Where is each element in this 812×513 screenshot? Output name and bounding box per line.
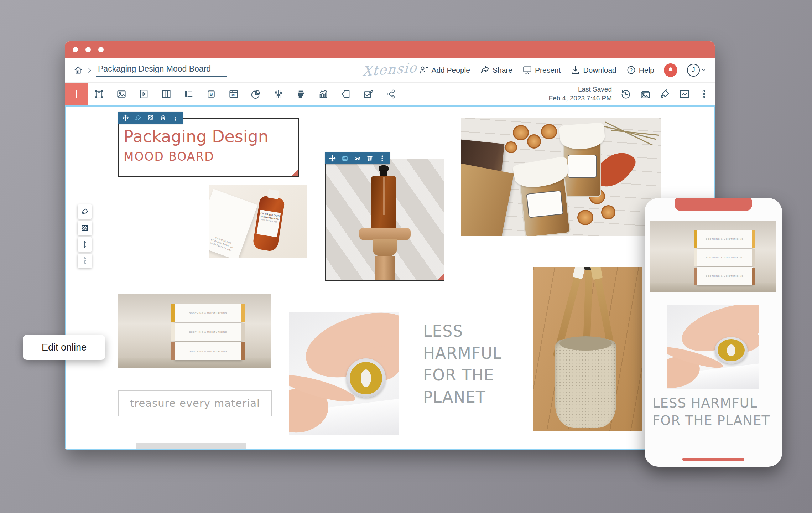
pattern-fill-button[interactable] <box>78 221 92 235</box>
phone-mockup: SOOTHING & MOISTURISING SOOTHING & MOIST… <box>645 198 782 467</box>
insert-url-button[interactable]: URL <box>222 83 245 105</box>
app-window: Packaging Design Mood Board Xtensio Add … <box>65 41 715 450</box>
stats-chart-icon <box>318 89 329 99</box>
insert-sliders-button[interactable] <box>267 83 290 105</box>
phone-headline-text: LESS HARMFUL FOR THE PLANET <box>652 395 775 430</box>
section-toolbar <box>78 204 92 270</box>
background-image-button[interactable] <box>640 88 651 100</box>
insert-text-button[interactable] <box>88 83 110 105</box>
align-bars-icon <box>296 89 306 99</box>
move-icon <box>329 155 336 162</box>
insert-align-bars-button[interactable] <box>290 83 312 105</box>
photo-body-oil[interactable]: I'M FABULOUS ST BARTH BODY OIL Huile Pou… <box>209 185 307 258</box>
pattern-fill-button[interactable] <box>144 112 157 124</box>
insert-shape-button[interactable] <box>334 83 357 105</box>
insert-video-button[interactable] <box>132 83 155 105</box>
caption-text-box[interactable]: treasure every material <box>118 390 272 416</box>
phone-home-indicator <box>682 458 744 461</box>
photo-dried-fruit-jars[interactable] <box>461 118 661 236</box>
toothbrush-cup <box>555 339 616 428</box>
window-titlebar <box>65 41 715 58</box>
plus-icon <box>71 88 82 100</box>
history-icon <box>620 88 631 100</box>
pie-chart-icon <box>251 89 261 99</box>
window-control-dot[interactable] <box>73 47 78 52</box>
photo-bamboo-toothbrushes[interactable] <box>533 267 642 431</box>
chevron-right-icon <box>86 67 93 74</box>
phone-photo-soap-stack: SOOTHING & MOISTURISING SOOTHING & MOIST… <box>650 221 776 292</box>
checklist-icon <box>363 89 374 99</box>
window-control-dot[interactable] <box>98 47 104 52</box>
delete-button[interactable] <box>157 112 169 124</box>
fill-paint-button[interactable] <box>78 204 92 219</box>
svg-text:URL: URL <box>231 94 236 97</box>
sliders-icon <box>273 89 284 99</box>
fill-paint-icon <box>659 88 671 100</box>
text-icon <box>94 89 104 99</box>
notifications-bell-icon <box>667 66 675 74</box>
fill-paint-button[interactable] <box>659 88 671 100</box>
resize-handle[interactable] <box>437 273 444 280</box>
background-image-icon <box>640 88 651 100</box>
photo-balm-hands[interactable] <box>289 312 399 435</box>
share-icon <box>480 65 490 75</box>
more-menu-button[interactable] <box>698 89 709 99</box>
trash-icon <box>159 114 167 121</box>
photo-dropper-bottle[interactable] <box>325 159 444 281</box>
more-options-button[interactable] <box>169 112 182 124</box>
more-vertical-icon <box>172 114 179 121</box>
insert-image-button[interactable] <box>110 83 132 105</box>
phone-notch <box>675 198 752 211</box>
insert-pie-chart-button[interactable] <box>245 83 267 105</box>
insert-list-button[interactable] <box>177 83 200 105</box>
replace-image-button[interactable] <box>339 152 351 164</box>
breadcrumb: Packaging Design Mood Board <box>73 63 227 77</box>
share-button[interactable]: Share <box>480 65 512 75</box>
add-module-button[interactable] <box>65 83 88 105</box>
fill-paint-icon <box>80 207 89 216</box>
link-button[interactable] <box>351 152 364 164</box>
edit-online-button[interactable]: Edit online <box>23 335 105 360</box>
more-options-button[interactable] <box>78 254 92 268</box>
insert-toolbar: B URL Last Saved Feb 4, 2023 7:46 PM <box>65 83 715 105</box>
help-icon: ? <box>626 65 636 75</box>
fill-paint-button[interactable] <box>132 112 144 124</box>
resize-vertical-icon <box>80 240 89 249</box>
move-button[interactable] <box>326 152 339 164</box>
resize-handle[interactable] <box>291 169 298 176</box>
insert-stats-chart-button[interactable] <box>312 83 334 105</box>
avatar: J <box>687 64 700 77</box>
more-vertical-icon <box>698 89 709 99</box>
notifications-button[interactable] <box>664 63 677 77</box>
insert-table-button[interactable] <box>155 83 177 105</box>
add-people-button[interactable]: Add People <box>418 65 470 75</box>
insert-share-network-button[interactable] <box>379 83 402 105</box>
resize-vertical-button[interactable] <box>78 237 92 252</box>
document-title-input[interactable]: Packaging Design Mood Board <box>96 63 227 77</box>
history-button[interactable] <box>620 88 631 100</box>
help-button[interactable]: ? Help <box>626 65 654 75</box>
mood-board-title-block[interactable]: Packaging Design MOOD BOARD <box>118 118 299 177</box>
delete-button[interactable] <box>364 152 376 164</box>
shape-icon <box>340 89 351 99</box>
more-vertical-icon <box>379 155 386 162</box>
last-saved: Last Saved Feb 4, 2023 7:46 PM <box>549 85 612 103</box>
chart-button[interactable] <box>679 88 690 100</box>
insert-checklist-button[interactable] <box>357 83 379 105</box>
present-button[interactable]: Present <box>522 65 561 75</box>
move-icon <box>122 114 129 121</box>
partial-element[interactable] <box>136 443 246 450</box>
photo-soap-stack[interactable]: SOOTHING & MOISTURISING SOOTHING & MOIST… <box>118 294 271 368</box>
window-control-dot[interactable] <box>85 47 91 52</box>
home-icon[interactable] <box>73 65 83 75</box>
download-button[interactable]: Download <box>570 65 616 75</box>
move-button[interactable] <box>119 112 132 124</box>
download-icon <box>570 65 581 75</box>
fill-paint-icon <box>134 114 142 121</box>
app-header: Packaging Design Mood Board Xtensio Add … <box>65 58 715 83</box>
insert-button-button[interactable]: B <box>200 83 222 105</box>
account-menu[interactable]: J <box>687 64 706 77</box>
more-options-button[interactable] <box>376 152 389 164</box>
document-canvas[interactable]: Packaging Design MOOD BOARD I'M FABULOUS… <box>65 105 715 450</box>
headline-text[interactable]: LESS HARMFUL FOR THE PLANET <box>423 320 509 408</box>
